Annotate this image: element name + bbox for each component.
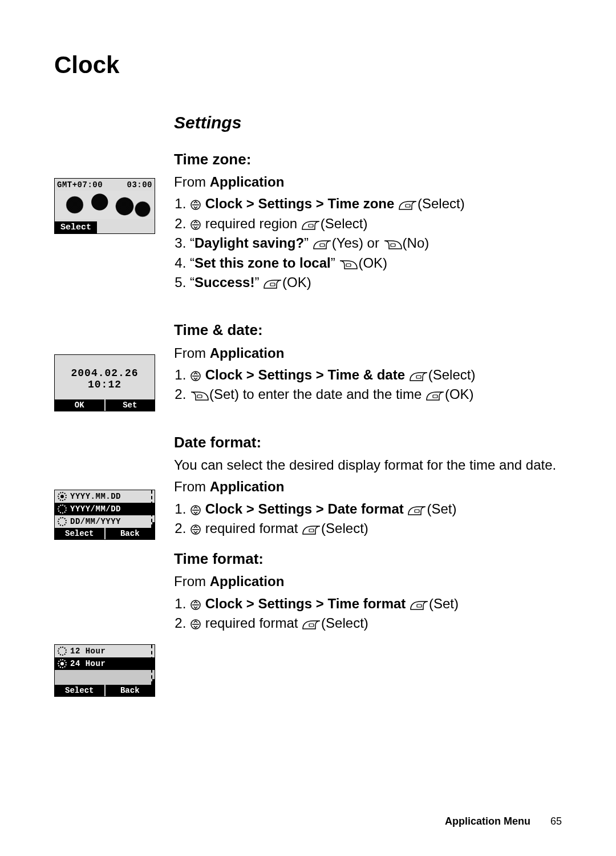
svg-rect-20 <box>309 529 314 532</box>
softkey-back: Back <box>106 685 155 696</box>
softkey-select: Select <box>55 528 106 539</box>
svg-rect-7 <box>391 244 395 247</box>
radio-empty-icon <box>58 647 67 656</box>
svg-rect-8 <box>346 264 351 267</box>
page-title: Clock <box>54 51 562 79</box>
dateformat-intro: You can select the desired display forma… <box>174 456 562 474</box>
svg-rect-12 <box>416 375 421 378</box>
svg-rect-23 <box>417 604 422 607</box>
screen-date: 2004.02.26 <box>55 368 155 379</box>
screen-clock: 10:12 <box>55 379 155 390</box>
softkey-right-icon <box>301 220 321 231</box>
radio-filled-icon <box>58 659 67 668</box>
dateformat-steps: Clock > Settings > Date format (Set) req… <box>174 500 562 538</box>
option-label: 12 Hour <box>70 647 106 656</box>
from-application: From Application <box>174 572 562 591</box>
nav-updown-icon <box>190 370 201 382</box>
from-application: From Application <box>174 173 562 191</box>
screen-time: 03:00 <box>127 180 152 189</box>
svg-rect-2 <box>406 204 410 207</box>
timeformat-screen: 12 Hour 24 Hour Select Back <box>54 644 155 697</box>
from-application: From Application <box>174 478 562 496</box>
softkey-set: Set <box>106 399 155 411</box>
svg-rect-26 <box>309 624 314 627</box>
svg-rect-13 <box>197 395 202 398</box>
scrollbar-thumb <box>152 522 155 528</box>
option-label: YYYY/MM/DD <box>70 504 121 514</box>
page-footer: Application Menu 65 <box>445 815 562 827</box>
option-label: YYYY.MM.DD <box>70 492 121 501</box>
scrollbar-thumb <box>152 679 155 685</box>
softkey-left-icon <box>383 240 403 250</box>
timezone-heading: Time zone: <box>174 150 562 169</box>
svg-rect-17 <box>415 510 419 512</box>
softkey-right-icon <box>410 600 429 611</box>
nav-updown-icon <box>190 504 201 516</box>
footer-page-number: 65 <box>550 815 562 827</box>
softkey-right-icon <box>302 620 321 630</box>
softkey-right-icon <box>313 240 332 250</box>
radio-filled-icon <box>58 492 67 501</box>
dateformat-screen: YYYY.MM.DD YYYY/MM/DD DD/MM/YYYY Select … <box>54 490 155 540</box>
softkey-right-icon <box>407 506 427 516</box>
softkey-select: Select <box>55 221 98 233</box>
radio-empty-icon <box>58 517 67 526</box>
svg-rect-9 <box>270 283 275 286</box>
world-map-graphic <box>55 191 155 219</box>
softkey-ok: OK <box>55 399 106 411</box>
manual-page: Clock Settings GMT+07:00 03:00 Select Ti… <box>0 0 616 856</box>
svg-rect-14 <box>433 395 437 398</box>
softkey-right-icon <box>425 391 445 401</box>
nav-updown-icon <box>190 599 201 611</box>
settings-heading: Settings <box>174 113 562 132</box>
timedate-screen: 2004.02.26 10:12 OK Set <box>54 354 155 411</box>
softkey-left-icon <box>339 260 358 270</box>
softkey-right-icon <box>302 525 321 535</box>
radio-empty-icon <box>58 504 67 514</box>
svg-rect-5 <box>309 224 313 227</box>
softkey-select: Select <box>55 685 106 696</box>
timedate-steps: Clock > Settings > Time & date (Select) … <box>174 366 562 404</box>
softkey-right-icon <box>263 279 282 289</box>
timedate-heading: Time & date: <box>174 320 562 340</box>
screen-gmt: GMT+07:00 <box>57 180 103 189</box>
footer-section: Application Menu <box>445 815 530 827</box>
timezone-screen: GMT+07:00 03:00 Select <box>54 178 155 234</box>
timeformat-heading: Time format: <box>174 549 562 569</box>
softkey-right-icon <box>409 372 428 382</box>
dateformat-heading: Date format: <box>174 433 562 453</box>
nav-updown-icon <box>190 219 201 231</box>
nav-updown-icon <box>190 524 201 535</box>
timezone-block: GMT+07:00 03:00 Select Time zone: From A… <box>54 150 562 303</box>
nav-updown-icon <box>190 199 201 211</box>
timezone-steps: Clock > Settings > Time zone (Select) re… <box>174 195 562 292</box>
softkey-back: Back <box>106 528 155 539</box>
softkey-left-icon <box>190 391 209 401</box>
option-label: DD/MM/YYYY <box>70 517 121 526</box>
timeformat-steps: Clock > Settings > Time format (Set) req… <box>174 595 562 633</box>
softkey-right-icon <box>398 200 418 211</box>
timedate-block: 2004.02.26 10:12 OK Set Time & date: Fro… <box>54 320 562 415</box>
svg-rect-6 <box>320 244 325 247</box>
nav-updown-icon <box>190 619 201 630</box>
option-label: 24 Hour <box>70 659 106 668</box>
from-application: From Application <box>174 344 562 362</box>
